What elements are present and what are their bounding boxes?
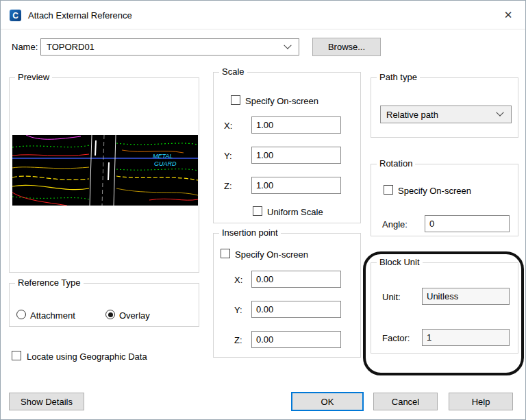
attach-external-reference-dialog: C Attach External Reference ✕ Name: TOPO…	[0, 0, 526, 420]
scale-specify-onscreen-checkbox[interactable]	[231, 95, 240, 105]
scale-specify-onscreen-label[interactable]: Specify On-screen	[245, 96, 318, 106]
insertion-x-label: X:	[234, 275, 242, 285]
block-unit-group-label: Block Unit	[377, 257, 423, 267]
rotation-specify-onscreen-label[interactable]: Specify On-screen	[398, 186, 471, 196]
unit-label: Unit:	[382, 292, 401, 302]
overlay-radio[interactable]	[105, 310, 115, 319]
preview-image: METAL GUARD	[12, 135, 198, 206]
geographic-data-checkbox[interactable]	[12, 351, 21, 360]
unit-value-field	[422, 288, 510, 305]
scale-group-label: Scale	[219, 66, 247, 77]
geographic-data-label[interactable]: Locate using Geographic Data	[27, 351, 147, 362]
path-type-dropdown-value: Relative path	[386, 110, 497, 120]
uniform-scale-checkbox[interactable]	[253, 206, 262, 216]
preview-text-metal: METAL	[153, 153, 173, 160]
block-unit-group: Block Unit Unit: Factor:	[371, 262, 518, 354]
reference-type-group: Reference Type Attachment Overlay	[9, 283, 199, 327]
preview-group: Preview	[9, 77, 199, 273]
scale-z-label: Z:	[224, 181, 232, 191]
scale-z-input[interactable]	[251, 177, 341, 194]
show-details-button[interactable]: Show Details	[9, 393, 84, 410]
chevron-down-icon[interactable]	[284, 41, 291, 49]
dialog-title: Attach External Reference	[28, 10, 132, 21]
insertion-z-label: Z:	[234, 335, 242, 345]
angle-input[interactable]	[425, 215, 510, 232]
attachment-radio[interactable]	[16, 310, 26, 319]
angle-label: Angle:	[382, 219, 408, 230]
insertion-y-input[interactable]	[251, 301, 341, 318]
name-label: Name:	[12, 42, 38, 52]
scale-y-input[interactable]	[251, 147, 341, 164]
rotation-group-label: Rotation	[377, 158, 415, 169]
rotation-specify-onscreen-checkbox[interactable]	[384, 185, 393, 195]
preview-text-guard: GUARD	[154, 160, 177, 167]
browse-button[interactable]: Browse...	[312, 38, 381, 56]
scale-x-input[interactable]	[251, 116, 341, 134]
name-combobox-value: TOPORD01	[47, 42, 285, 52]
factor-value-field	[422, 329, 510, 346]
insertion-x-input[interactable]	[251, 271, 341, 288]
uniform-scale-label[interactable]: Uniform Scale	[267, 207, 323, 217]
path-type-group: Path type Relative path	[371, 77, 518, 138]
app-icon: C	[10, 10, 21, 21]
name-combobox[interactable]: TOPORD01	[40, 38, 299, 55]
insertion-point-group: Insertion point Specify On-screen X: Y: …	[213, 233, 361, 358]
insertion-point-group-label: Insertion point	[219, 227, 281, 238]
chevron-down-icon[interactable]	[496, 109, 503, 116]
preview-group-label: Preview	[15, 72, 52, 82]
help-button[interactable]: Help	[449, 393, 513, 410]
path-type-group-label: Path type	[377, 72, 420, 82]
insertion-specify-onscreen-checkbox[interactable]	[221, 249, 230, 258]
insertion-specify-onscreen-label[interactable]: Specify On-screen	[235, 249, 308, 260]
scale-group: Scale Specify On-screen X: Y: Z: Uniform…	[213, 72, 361, 223]
ok-button[interactable]: OK	[291, 392, 364, 411]
titlebar: C Attach External Reference ✕	[1, 1, 525, 29]
cancel-button[interactable]: Cancel	[373, 393, 438, 410]
reference-type-group-label: Reference Type	[15, 277, 84, 288]
insertion-z-input[interactable]	[251, 331, 341, 348]
overlay-radio-label[interactable]: Overlay	[119, 310, 150, 321]
close-icon[interactable]: ✕	[501, 8, 516, 22]
path-type-dropdown[interactable]: Relative path	[380, 106, 512, 123]
insertion-y-label: Y:	[234, 305, 242, 315]
factor-label: Factor:	[382, 333, 410, 343]
scale-y-label: Y:	[224, 151, 232, 161]
rotation-group: Rotation Specify On-screen Angle:	[371, 164, 518, 236]
scale-x-label: X:	[224, 121, 232, 131]
attachment-radio-label[interactable]: Attachment	[30, 310, 75, 321]
